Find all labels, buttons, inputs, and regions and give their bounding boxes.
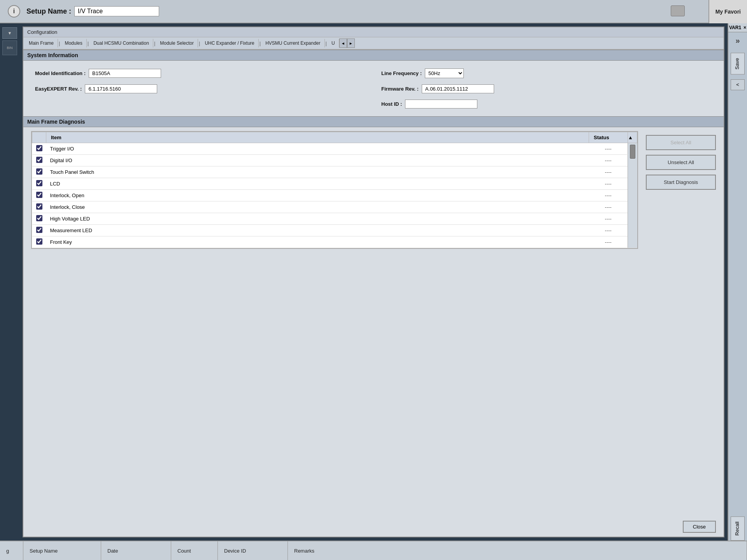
col-scroll-header: ▲ — [628, 132, 637, 143]
model-id-input[interactable] — [89, 69, 161, 78]
diagnosis-section: Item Status ▲ Trigger I/O----Digital I/O… — [23, 127, 724, 517]
line-freq-row: Line Frequency : 50Hz 60Hz — [381, 68, 712, 78]
row-checkbox-cell — [32, 201, 46, 213]
right-sidebar: VAR1 × » Save < Recall — [728, 23, 747, 541]
setup-name-input[interactable] — [74, 6, 159, 16]
close-button[interactable]: Close — [683, 521, 716, 533]
row-status: ---- — [589, 166, 628, 178]
row-item-name: LCD — [46, 178, 589, 190]
model-id-label: Model Identification : — [35, 70, 86, 76]
unselect-all-button[interactable]: Unselect All — [646, 155, 716, 170]
diagnosis-content: Item Status ▲ Trigger I/O----Digital I/O… — [31, 131, 716, 249]
row-status: ---- — [589, 213, 628, 225]
select-all-button[interactable]: Select All — [646, 135, 716, 150]
row-checkbox-cell — [32, 155, 46, 166]
mini-button-1[interactable]: ▼ — [2, 27, 17, 39]
diagnosis-table-wrap: Item Status ▲ Trigger I/O----Digital I/O… — [31, 131, 638, 249]
top-bar: i Setup Name : My Favori — [0, 0, 747, 23]
table-row: High Voltage LED---- — [32, 213, 637, 225]
row-status: ---- — [589, 155, 628, 166]
info-icon[interactable]: i — [8, 5, 20, 18]
host-id-input[interactable] — [405, 100, 477, 108]
status-device-id: Device ID — [218, 541, 288, 560]
tab-module-selector[interactable]: Module Selector — [156, 39, 198, 47]
row-item-name: Trigger I/O — [46, 143, 589, 155]
row-checkbox[interactable] — [36, 203, 42, 210]
row-checkbox-cell — [32, 236, 46, 248]
tabs-bar: Main Frame | Modules | Dual HCSMU Combin… — [23, 37, 724, 50]
status-count: Count — [171, 541, 218, 560]
save-button[interactable]: Save — [731, 53, 745, 75]
diagnosis-header: Main Frame Diagnosis — [23, 116, 724, 127]
row-checkbox[interactable] — [36, 215, 42, 221]
row-status: ---- — [589, 190, 628, 201]
row-item-name: Touch Panel Switch — [46, 166, 589, 178]
config-panel: Configuration Main Frame | Modules | Dua… — [23, 26, 724, 537]
col-status-header: Status — [589, 132, 628, 143]
row-item-name: Front Key — [46, 236, 589, 248]
row-checkbox-cell — [32, 213, 46, 225]
model-id-row: Model Identification : — [35, 68, 366, 78]
row-item-name: Interlock, Open — [46, 190, 589, 201]
config-title: Configuration — [23, 27, 724, 37]
start-diagnosis-button[interactable]: Start Diagnosis — [646, 175, 716, 190]
scroll-area[interactable] — [628, 143, 637, 248]
table-row: Digital I/O---- — [32, 155, 637, 166]
my-favorites-button[interactable]: My Favori — [708, 0, 747, 23]
col-item-header: Item — [46, 132, 589, 143]
row-checkbox[interactable] — [36, 238, 42, 245]
col-checkbox-header — [32, 132, 46, 143]
row-checkbox-cell — [32, 190, 46, 201]
diagnosis-buttons: Select All Unselect All Start Diagnosis — [646, 131, 716, 249]
row-checkbox-cell — [32, 143, 46, 155]
firmware-row: Firmware Rev. : — [381, 84, 712, 93]
row-checkbox[interactable] — [36, 192, 42, 198]
row-checkbox[interactable] — [36, 180, 42, 186]
recall-button[interactable]: Recall — [731, 516, 745, 541]
row-item-name: High Voltage LED — [46, 213, 589, 225]
table-row: LCD---- — [32, 178, 637, 190]
tab-u[interactable]: U — [328, 39, 339, 47]
arrow-left-button[interactable]: < — [731, 79, 745, 90]
row-item-name: Interlock, Close — [46, 201, 589, 213]
row-checkbox[interactable] — [36, 157, 42, 163]
setup-name-label: Setup Name : — [26, 7, 71, 16]
row-checkbox[interactable] — [36, 168, 42, 175]
table-row: Measurement LED---- — [32, 225, 637, 236]
row-status: ---- — [589, 236, 628, 248]
row-item-name: Digital I/O — [46, 155, 589, 166]
line-freq-label: Line Frequency : — [381, 70, 422, 76]
row-status: ---- — [589, 201, 628, 213]
row-item-name: Measurement LED — [46, 225, 589, 236]
host-id-row: Host ID : — [381, 100, 712, 108]
tab-uhc-expander[interactable]: UHC Expander / Fixture — [201, 39, 258, 47]
row-status: ---- — [589, 178, 628, 190]
easyexpert-row: EasyEXPERT Rev. : — [35, 84, 366, 93]
tab-nav-right[interactable]: ► — [347, 38, 355, 48]
tab-nav-left[interactable]: ◄ — [339, 38, 347, 48]
tab-dual-hcsmu[interactable]: Dual HCSMU Combination — [89, 39, 153, 47]
table-row: Interlock, Close---- — [32, 201, 637, 213]
row-status: ---- — [589, 225, 628, 236]
left-panel: ▼ BIN — [0, 23, 19, 541]
tab-mainframe[interactable]: Main Frame — [25, 39, 58, 47]
host-id-label: Host ID : — [381, 101, 402, 107]
table-row: Front Key---- — [32, 236, 637, 248]
var1-close[interactable]: × — [743, 25, 746, 30]
row-status: ---- — [589, 143, 628, 155]
status-remarks: Remarks — [288, 541, 747, 560]
tab-hvsmu[interactable]: HVSMU Current Expander — [261, 39, 324, 47]
line-freq-select[interactable]: 50Hz 60Hz — [425, 68, 464, 78]
row-checkbox-cell — [32, 178, 46, 190]
var1-bar: VAR1 × — [728, 23, 747, 32]
row-checkbox[interactable] — [36, 145, 42, 151]
row-checkbox-cell — [32, 225, 46, 236]
easyexpert-input[interactable] — [85, 84, 157, 93]
firmware-label: Firmware Rev. : — [381, 86, 419, 92]
firmware-input[interactable] — [422, 84, 494, 93]
tab-modules[interactable]: Modules — [61, 39, 86, 47]
row-checkbox[interactable] — [36, 227, 42, 233]
easyexpert-label: EasyEXPERT Rev. : — [35, 86, 82, 92]
system-info-header: System Information — [23, 50, 724, 61]
status-date: Date — [101, 541, 171, 560]
